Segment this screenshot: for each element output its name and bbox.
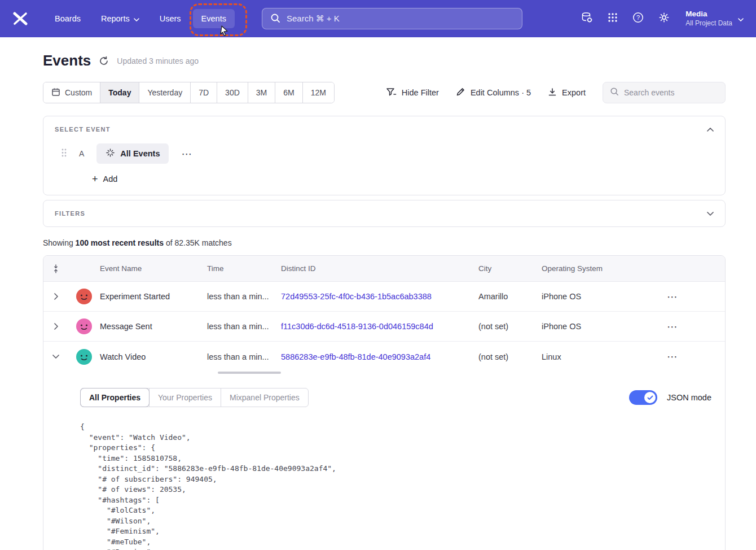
time-cell: less than a min... (207, 292, 281, 301)
json-mode-toggle[interactable] (629, 390, 657, 405)
search-events-input[interactable] (624, 88, 718, 97)
nav-item-reports[interactable]: Reports (93, 9, 148, 28)
date-range-today[interactable]: Today (100, 82, 139, 103)
select-event-card: SELECT EVENT A All Events (43, 116, 726, 195)
events-table: Event Name Time Distinct ID City Operati… (43, 255, 726, 550)
column-header-city[interactable]: City (478, 264, 542, 273)
date-range-label: 7D (199, 88, 209, 97)
row-actions-button[interactable]: ⋯ (667, 291, 678, 302)
column-header-event-name[interactable]: Event Name (100, 264, 207, 273)
event-name-cell: Message Sent (100, 322, 207, 331)
plus-icon: + (92, 174, 98, 184)
sparkle-icon (106, 148, 115, 159)
json-line: "event": "Watch Video", (80, 433, 711, 443)
navbar-right: ? Media All Project Data (581, 9, 744, 28)
json-mode-label: JSON mode (667, 393, 711, 402)
nav-item-label: Users (160, 14, 181, 23)
tab-your-properties[interactable]: Your Properties (149, 389, 221, 407)
filters-card: FILTERS (43, 200, 726, 227)
data-management-button[interactable] (581, 11, 593, 26)
table-row: Message Sent less than a min... f11c30d6… (43, 312, 725, 342)
selected-event-label: All Events (120, 149, 160, 158)
expand-row-button[interactable] (51, 290, 61, 303)
city-cell: (not set) (478, 352, 542, 361)
chevron-down-icon (134, 14, 139, 23)
json-line: { (80, 422, 711, 433)
date-range-7d[interactable]: 7D (190, 82, 217, 103)
row-actions-button[interactable]: ⋯ (667, 351, 678, 362)
primary-nav: Boards Reports Users Events (46, 9, 235, 28)
nav-item-users[interactable]: Users (151, 9, 190, 28)
tab-mixpanel-properties[interactable]: Mixpanel Properties (221, 389, 308, 407)
hide-filter-button[interactable]: Hide Filter (386, 88, 439, 98)
date-range-label: 30D (225, 88, 240, 97)
project-switcher[interactable]: Media All Project Data (685, 9, 732, 28)
toolbar-right: Hide Filter Edit Columns · 5 Export (386, 82, 726, 103)
json-line: "#meTube", (80, 537, 711, 548)
global-search-input[interactable]: Search ⌘ + K (262, 8, 522, 29)
search-icon (610, 87, 619, 98)
json-code-block: { "event": "Watch Video", "properties": … (80, 422, 711, 550)
horizontal-scrollbar (43, 372, 725, 374)
date-range-30d[interactable]: 30D (217, 82, 248, 103)
nav-item-label: Boards (55, 14, 81, 23)
distinct-id-link[interactable]: f11c30d6-dc6d-4518-9136-0d046159c84d (281, 322, 478, 331)
nav-item-boards[interactable]: Boards (46, 9, 89, 28)
expand-row-button[interactable] (51, 320, 61, 333)
collapse-section-button[interactable] (707, 128, 714, 132)
edit-columns-button[interactable]: Edit Columns · 5 (456, 87, 531, 98)
date-range-3m[interactable]: 3M (248, 82, 275, 103)
search-events-box (603, 82, 726, 103)
city-cell: (not set) (478, 322, 542, 331)
pencil-icon (456, 87, 465, 98)
summary-suffix: of 82.35K matches (164, 238, 232, 247)
all-events-selector[interactable]: All Events (96, 143, 169, 164)
date-range-yesterday[interactable]: Yesterday (139, 82, 190, 103)
date-range-12m[interactable]: 12M (302, 82, 334, 103)
json-line: "time": 1585810758, (80, 453, 711, 464)
page-title: Events (43, 52, 91, 69)
drag-handle-icon[interactable] (61, 149, 67, 159)
edit-columns-label: Edit Columns · 5 (471, 88, 531, 97)
collapse-row-button[interactable] (49, 351, 63, 362)
nav-item-label: Reports (101, 14, 130, 23)
gear-icon (658, 12, 670, 25)
distinct-id-link[interactable]: 5886283e-e9fb-48fb-81de-40e9093a2af4 (281, 352, 478, 361)
nav-item-events[interactable]: Events (193, 9, 235, 28)
page-header: Events Updated 3 minutes ago (43, 52, 726, 69)
row-actions-button[interactable]: ⋯ (667, 321, 678, 332)
table-header-row: Event Name Time Distinct ID City Operati… (43, 256, 725, 282)
collapse-all-button[interactable] (49, 261, 63, 277)
scrollbar-thumb[interactable] (218, 372, 281, 374)
table-row: Experiment Started less than a min... 72… (43, 282, 725, 312)
json-line: "#Feminism", (80, 526, 711, 537)
hide-filter-label: Hide Filter (402, 88, 439, 97)
export-button[interactable]: Export (548, 88, 586, 98)
json-line: "properties": { (80, 443, 711, 453)
os-cell: Linux (542, 352, 619, 361)
table-row-expanded: Watch Video less than a min... 5886283e-… (43, 342, 725, 372)
refresh-button[interactable] (99, 56, 109, 66)
date-range-6m[interactable]: 6M (275, 82, 302, 103)
chevron-down-icon[interactable] (738, 14, 744, 24)
add-event-label: Add (103, 174, 118, 184)
distinct-id-link[interactable]: 72d49553-25fc-4f0c-b436-1b5ac6ab3388 (281, 292, 478, 301)
column-header-distinct-id[interactable]: Distinct ID (281, 264, 478, 273)
help-button[interactable]: ? (632, 12, 644, 25)
event-options-button[interactable]: ⋯ (181, 149, 192, 159)
date-range-label: Custom (65, 88, 92, 97)
os-cell: iPhone OS (542, 292, 619, 301)
tab-all-properties[interactable]: All Properties (81, 389, 149, 407)
select-event-header: SELECT EVENT (43, 116, 725, 142)
add-event-button[interactable]: + Add (92, 174, 117, 184)
column-header-time[interactable]: Time (207, 264, 281, 273)
date-range-custom[interactable]: Custom (43, 82, 100, 103)
expand-section-button[interactable] (707, 212, 714, 216)
mixpanel-logo[interactable] (12, 11, 29, 26)
apps-grid-button[interactable] (608, 12, 618, 25)
summary-prefix: Showing (43, 238, 76, 247)
row-avatar (76, 318, 92, 334)
project-scope: All Project Data (685, 19, 732, 28)
column-header-os[interactable]: Operating System (542, 264, 619, 273)
settings-button[interactable] (658, 12, 670, 25)
